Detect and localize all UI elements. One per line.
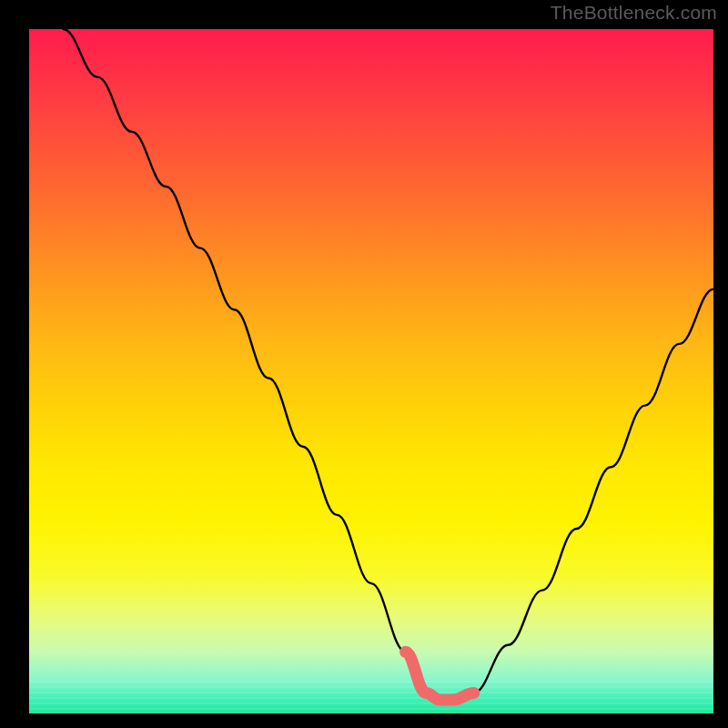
bottleneck-curve [64, 29, 713, 700]
curve-layer [29, 29, 713, 713]
chart-frame: TheBottleneck.com [0, 0, 728, 728]
watermark-text: TheBottleneck.com [551, 2, 717, 24]
highlight-segment [406, 652, 474, 700]
plot-area [29, 29, 713, 713]
